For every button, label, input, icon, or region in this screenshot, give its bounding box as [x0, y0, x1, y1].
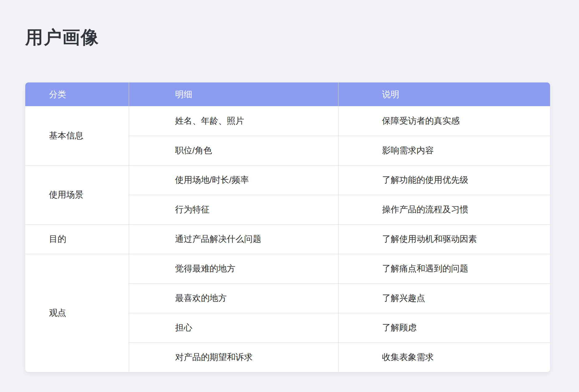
- category-cell: 观点: [25, 254, 129, 372]
- detail-cell: 担心: [129, 313, 338, 342]
- category-cell: 使用场景: [25, 165, 129, 224]
- column-header-detail: 明细: [129, 82, 338, 106]
- persona-table: 分类 明细 说明 基本信息 姓名、年龄、照片 保障受访者的真实感 职位/角色 影…: [25, 82, 550, 372]
- category-cell: 目的: [25, 224, 129, 254]
- note-cell: 了解兴趣点: [338, 283, 550, 313]
- detail-cell: 使用场地/时长/频率: [129, 165, 338, 195]
- table-row: 基本信息 姓名、年龄、照片 保障受访者的真实感: [25, 106, 550, 136]
- note-cell: 影响需求内容: [338, 136, 550, 165]
- category-cell: 基本信息: [25, 106, 129, 165]
- persona-table-card: 分类 明细 说明 基本信息 姓名、年龄、照片 保障受访者的真实感 职位/角色 影…: [25, 82, 550, 372]
- header-row: 分类 明细 说明: [25, 82, 550, 106]
- detail-cell: 通过产品解决什么问题: [129, 224, 338, 254]
- note-cell: 了解顾虑: [338, 313, 550, 342]
- detail-cell: 对产品的期望和诉求: [129, 342, 338, 372]
- note-cell: 保障受访者的真实感: [338, 106, 550, 136]
- note-cell: 了解痛点和遇到的问题: [338, 254, 550, 283]
- table-body: 基本信息 姓名、年龄、照片 保障受访者的真实感 职位/角色 影响需求内容 使用场…: [25, 106, 550, 372]
- detail-cell: 觉得最难的地方: [129, 254, 338, 283]
- note-cell: 了解功能的使用优先级: [338, 165, 550, 195]
- column-header-note: 说明: [338, 82, 550, 106]
- note-cell: 收集表象需求: [338, 342, 550, 372]
- detail-cell: 职位/角色: [129, 136, 338, 165]
- table-row: 使用场景 使用场地/时长/频率 了解功能的使用优先级: [25, 165, 550, 195]
- note-cell: 操作产品的流程及习惯: [338, 195, 550, 224]
- table-row: 观点 觉得最难的地方 了解痛点和遇到的问题: [25, 254, 550, 283]
- page-title: 用户画像: [25, 28, 550, 46]
- column-header-category: 分类: [25, 82, 129, 106]
- detail-cell: 行为特征: [129, 195, 338, 224]
- table-row: 目的 通过产品解决什么问题 了解使用动机和驱动因素: [25, 224, 550, 254]
- table-header: 分类 明细 说明: [25, 82, 550, 106]
- detail-cell: 最喜欢的地方: [129, 283, 338, 313]
- note-cell: 了解使用动机和驱动因素: [338, 224, 550, 254]
- page-content: 用户画像 分类 明细 说明 基本信息 姓名、年龄、照片 保障受访: [0, 28, 579, 372]
- detail-cell: 姓名、年龄、照片: [129, 106, 338, 136]
